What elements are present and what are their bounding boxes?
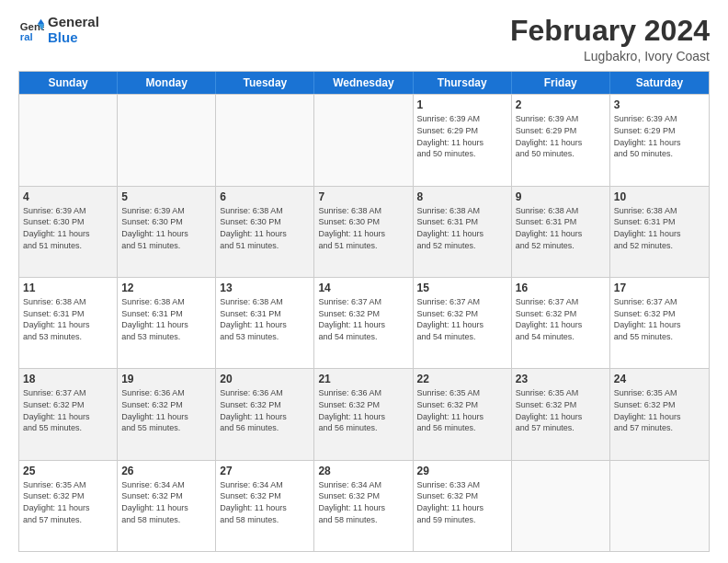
logo-icon: Gene- ral <box>18 17 44 43</box>
day-number: 27 <box>220 464 310 478</box>
calendar-body: 1Sunrise: 6:39 AM Sunset: 6:29 PM Daylig… <box>19 94 709 551</box>
day-number: 21 <box>318 372 408 386</box>
calendar-week-2: 4Sunrise: 6:39 AM Sunset: 6:30 PM Daylig… <box>19 186 709 277</box>
calendar-cell: 2Sunrise: 6:39 AM Sunset: 6:29 PM Daylig… <box>512 95 610 185</box>
calendar-cell: 28Sunrise: 6:34 AM Sunset: 6:32 PM Dayli… <box>314 461 413 551</box>
calendar-cell: 29Sunrise: 6:33 AM Sunset: 6:32 PM Dayli… <box>414 461 512 551</box>
day-info: Sunrise: 6:34 AM Sunset: 6:32 PM Dayligh… <box>121 479 211 525</box>
calendar-cell: 22Sunrise: 6:35 AM Sunset: 6:32 PM Dayli… <box>414 369 512 459</box>
day-number: 1 <box>417 98 507 112</box>
calendar-cell: 27Sunrise: 6:34 AM Sunset: 6:32 PM Dayli… <box>216 461 314 551</box>
day-number: 11 <box>23 281 113 295</box>
calendar-cell <box>512 461 610 551</box>
day-number: 13 <box>220 281 310 295</box>
calendar-cell: 20Sunrise: 6:36 AM Sunset: 6:32 PM Dayli… <box>216 369 314 459</box>
day-info: Sunrise: 6:36 AM Sunset: 6:32 PM Dayligh… <box>121 387 211 433</box>
logo-line2: Blue <box>48 30 99 46</box>
header-saturday: Saturday <box>610 72 709 94</box>
header-sunday: Sunday <box>19 72 118 94</box>
calendar-week-5: 25Sunrise: 6:35 AM Sunset: 6:32 PM Dayli… <box>19 460 709 551</box>
header-wednesday: Wednesday <box>314 72 413 94</box>
calendar-cell: 16Sunrise: 6:37 AM Sunset: 6:32 PM Dayli… <box>512 278 610 368</box>
day-number: 10 <box>614 190 705 204</box>
calendar-week-4: 18Sunrise: 6:37 AM Sunset: 6:32 PM Dayli… <box>19 368 709 459</box>
day-info: Sunrise: 6:38 AM Sunset: 6:31 PM Dayligh… <box>417 205 507 251</box>
calendar-cell: 7Sunrise: 6:38 AM Sunset: 6:30 PM Daylig… <box>314 187 413 277</box>
day-info: Sunrise: 6:35 AM Sunset: 6:32 PM Dayligh… <box>516 387 606 433</box>
calendar-cell: 18Sunrise: 6:37 AM Sunset: 6:32 PM Dayli… <box>19 369 118 459</box>
day-info: Sunrise: 6:34 AM Sunset: 6:32 PM Dayligh… <box>318 479 408 525</box>
calendar-grid: Sunday Monday Tuesday Wednesday Thursday… <box>18 71 710 552</box>
day-number: 4 <box>23 190 113 204</box>
day-info: Sunrise: 6:37 AM Sunset: 6:32 PM Dayligh… <box>417 296 507 342</box>
calendar-cell: 26Sunrise: 6:34 AM Sunset: 6:32 PM Dayli… <box>118 461 216 551</box>
day-info: Sunrise: 6:39 AM Sunset: 6:29 PM Dayligh… <box>417 113 507 159</box>
title-block: February 2024 Lugbakro, Ivory Coast <box>510 15 710 63</box>
day-info: Sunrise: 6:38 AM Sunset: 6:31 PM Dayligh… <box>121 296 211 342</box>
day-number: 17 <box>614 281 705 295</box>
day-info: Sunrise: 6:39 AM Sunset: 6:30 PM Dayligh… <box>121 205 211 251</box>
calendar-cell: 9Sunrise: 6:38 AM Sunset: 6:31 PM Daylig… <box>512 187 610 277</box>
day-number: 23 <box>516 372 606 386</box>
day-info: Sunrise: 6:39 AM Sunset: 6:29 PM Dayligh… <box>516 113 606 159</box>
day-info: Sunrise: 6:36 AM Sunset: 6:32 PM Dayligh… <box>220 387 310 433</box>
day-number: 20 <box>220 372 310 386</box>
calendar-cell: 10Sunrise: 6:38 AM Sunset: 6:31 PM Dayli… <box>610 187 709 277</box>
day-info: Sunrise: 6:38 AM Sunset: 6:31 PM Dayligh… <box>614 205 705 251</box>
day-number: 18 <box>23 372 113 386</box>
calendar-cell <box>216 95 314 185</box>
calendar-location: Lugbakro, Ivory Coast <box>510 49 710 63</box>
day-number: 28 <box>318 464 408 478</box>
day-info: Sunrise: 6:38 AM Sunset: 6:31 PM Dayligh… <box>23 296 113 342</box>
calendar-cell: 15Sunrise: 6:37 AM Sunset: 6:32 PM Dayli… <box>414 278 512 368</box>
day-info: Sunrise: 6:38 AM Sunset: 6:30 PM Dayligh… <box>318 205 408 251</box>
day-number: 7 <box>318 190 408 204</box>
page-header: Gene- ral General Blue February 2024 Lug… <box>18 15 710 63</box>
calendar-cell: 5Sunrise: 6:39 AM Sunset: 6:30 PM Daylig… <box>118 187 216 277</box>
day-number: 14 <box>318 281 408 295</box>
day-number: 5 <box>121 190 211 204</box>
day-info: Sunrise: 6:38 AM Sunset: 6:30 PM Dayligh… <box>220 205 310 251</box>
calendar-cell: 24Sunrise: 6:35 AM Sunset: 6:32 PM Dayli… <box>610 369 709 459</box>
calendar-cell <box>19 95 118 185</box>
day-info: Sunrise: 6:33 AM Sunset: 6:32 PM Dayligh… <box>417 479 507 525</box>
day-number: 19 <box>121 372 211 386</box>
day-number: 8 <box>417 190 507 204</box>
day-info: Sunrise: 6:35 AM Sunset: 6:32 PM Dayligh… <box>23 479 113 525</box>
calendar-cell: 8Sunrise: 6:38 AM Sunset: 6:31 PM Daylig… <box>414 187 512 277</box>
calendar-cell <box>610 461 709 551</box>
day-number: 26 <box>121 464 211 478</box>
day-info: Sunrise: 6:35 AM Sunset: 6:32 PM Dayligh… <box>614 387 705 433</box>
day-number: 12 <box>121 281 211 295</box>
calendar-cell <box>118 95 216 185</box>
day-number: 22 <box>417 372 507 386</box>
calendar-cell: 11Sunrise: 6:38 AM Sunset: 6:31 PM Dayli… <box>19 278 118 368</box>
header-thursday: Thursday <box>414 72 512 94</box>
day-info: Sunrise: 6:39 AM Sunset: 6:30 PM Dayligh… <box>23 205 113 251</box>
day-info: Sunrise: 6:37 AM Sunset: 6:32 PM Dayligh… <box>614 296 705 342</box>
day-number: 15 <box>417 281 507 295</box>
calendar-cell: 3Sunrise: 6:39 AM Sunset: 6:29 PM Daylig… <box>610 95 709 185</box>
day-number: 3 <box>614 98 705 112</box>
calendar-cell: 25Sunrise: 6:35 AM Sunset: 6:32 PM Dayli… <box>19 461 118 551</box>
header-tuesday: Tuesday <box>216 72 314 94</box>
calendar-cell: 1Sunrise: 6:39 AM Sunset: 6:29 PM Daylig… <box>414 95 512 185</box>
day-number: 2 <box>516 98 606 112</box>
calendar-cell: 23Sunrise: 6:35 AM Sunset: 6:32 PM Dayli… <box>512 369 610 459</box>
day-number: 25 <box>23 464 113 478</box>
day-info: Sunrise: 6:38 AM Sunset: 6:31 PM Dayligh… <box>220 296 310 342</box>
calendar-week-3: 11Sunrise: 6:38 AM Sunset: 6:31 PM Dayli… <box>19 277 709 368</box>
day-info: Sunrise: 6:37 AM Sunset: 6:32 PM Dayligh… <box>23 387 113 433</box>
logo: Gene- ral General Blue <box>18 15 99 45</box>
day-info: Sunrise: 6:35 AM Sunset: 6:32 PM Dayligh… <box>417 387 507 433</box>
day-number: 6 <box>220 190 310 204</box>
calendar-page: Gene- ral General Blue February 2024 Lug… <box>0 0 728 563</box>
header-monday: Monday <box>118 72 216 94</box>
svg-text:ral: ral <box>20 30 33 41</box>
header-friday: Friday <box>512 72 610 94</box>
day-info: Sunrise: 6:39 AM Sunset: 6:29 PM Dayligh… <box>614 113 705 159</box>
day-number: 29 <box>417 464 507 478</box>
day-number: 16 <box>516 281 606 295</box>
calendar-cell: 12Sunrise: 6:38 AM Sunset: 6:31 PM Dayli… <box>118 278 216 368</box>
calendar-cell: 6Sunrise: 6:38 AM Sunset: 6:30 PM Daylig… <box>216 187 314 277</box>
